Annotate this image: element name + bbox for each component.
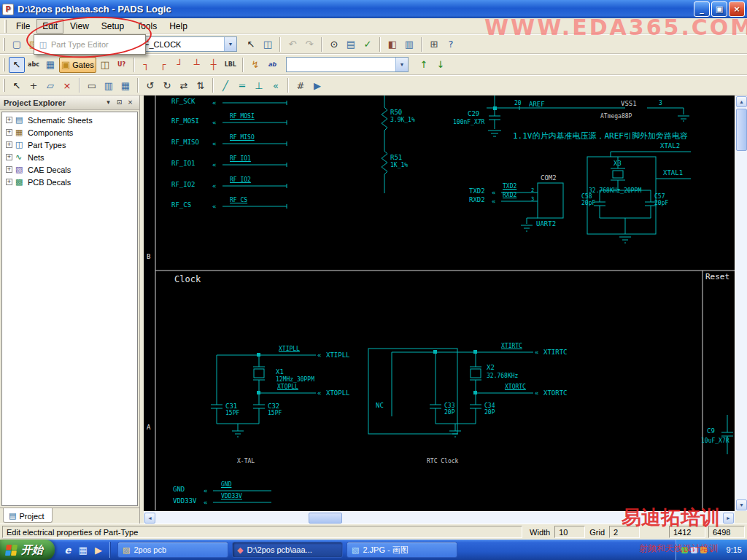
add-bus-icon[interactable]: ═: [234, 77, 250, 93]
expand-icon[interactable]: +: [6, 129, 12, 136]
gates-button[interactable]: ▣Gates: [59, 57, 96, 73]
schematic-label: «: [535, 389, 538, 397]
tray-status-icon[interactable]: [681, 547, 688, 553]
route-cross-icon[interactable]: ┼: [206, 57, 222, 73]
step-repeat-icon[interactable]: ▦: [117, 77, 133, 93]
ole-icon[interactable]: ⊞: [426, 36, 442, 52]
vertical-scroll-thumb[interactable]: [736, 109, 747, 151]
scroll-left-icon[interactable]: ◄: [144, 513, 155, 524]
toolbar-grip[interactable]: [3, 79, 5, 92]
mirror-v-icon[interactable]: ⇅: [193, 77, 209, 93]
schematic-label: «: [212, 99, 216, 106]
properties-icon[interactable]: ▭: [84, 77, 100, 93]
tree-item-pcb-decals[interactable]: +▩PCB Decals: [2, 176, 137, 188]
zoom-icon[interactable]: ⊙: [326, 36, 342, 52]
scroll-up-icon[interactable]: ▲: [736, 96, 747, 107]
expand-icon[interactable]: +: [6, 179, 12, 185]
ie-icon[interactable]: e: [61, 541, 75, 559]
panel-pin-icon[interactable]: ⊡: [114, 97, 125, 108]
menu-setup[interactable]: Setup: [96, 19, 130, 34]
menu-item-label: Part Type Editor: [51, 40, 109, 49]
copy-icon[interactable]: ▱: [42, 77, 58, 93]
close-button[interactable]: ×: [729, 1, 745, 17]
menu-view[interactable]: View: [64, 19, 95, 34]
spreadsheet-icon[interactable]: ▦: [42, 57, 58, 73]
menubar-grip[interactable]: [4, 20, 7, 33]
task-pads-logic[interactable]: ◆D:\2pos pcb\aaa...: [232, 542, 343, 558]
combo-dropdown-icon[interactable]: ▼: [224, 37, 236, 51]
add-corner-icon[interactable]: ┌: [155, 57, 171, 73]
add-connection-icon[interactable]: ┐: [139, 57, 155, 73]
add-text-icon[interactable]: ab: [264, 57, 280, 73]
route-tee-icon[interactable]: ┴: [189, 57, 205, 73]
panel-close-icon[interactable]: ×: [125, 97, 136, 108]
duplicate-icon[interactable]: ▥: [101, 77, 117, 93]
help-icon[interactable]: ?: [443, 36, 459, 52]
horizontal-scroll-thumb[interactable]: [309, 513, 342, 524]
menu-item-part-type-editor[interactable]: ◫ Part Type Editor: [35, 36, 144, 52]
menu-file[interactable]: File: [10, 19, 36, 34]
macro-icon[interactable]: ▶: [309, 77, 325, 93]
start-button[interactable]: 开始: [0, 540, 55, 560]
tab-project[interactable]: ▤ Project: [3, 508, 53, 523]
scroll-down-icon[interactable]: ▼: [736, 499, 747, 510]
tree-item-nets[interactable]: +∿Nets: [2, 151, 137, 163]
offpage-icon[interactable]: «: [268, 77, 284, 93]
ground-symbol-icon[interactable]: ⊥: [251, 77, 267, 93]
menu-tools[interactable]: Tools: [131, 19, 163, 34]
route-angle-icon[interactable]: ┘: [172, 57, 188, 73]
delete-icon[interactable]: ×: [59, 77, 75, 93]
label-icon[interactable]: LBL: [222, 57, 239, 73]
sheet-view-icon[interactable]: ▤: [343, 36, 359, 52]
show-desktop-icon[interactable]: ▦: [76, 541, 90, 559]
schematic-canvas[interactable]: RF_SCK«RF_MOSI«RF_MOSIRF_MISO«RF_MISORF_…: [144, 96, 735, 511]
vertical-scrollbar[interactable]: ▲ ▼: [735, 96, 747, 511]
tree-item-schematic-sheets[interactable]: +▤Schematic Sheets: [2, 114, 137, 126]
tree-item-part-types[interactable]: +◫Part Types: [2, 139, 137, 151]
undo-icon[interactable]: ↶: [285, 36, 301, 52]
sheet-up-icon[interactable]: ↑: [416, 57, 432, 73]
part-decal-icon[interactable]: ◫: [97, 57, 113, 73]
expand-icon[interactable]: +: [6, 154, 12, 160]
erc-check-icon[interactable]: ✓: [360, 36, 376, 52]
tray-network-icon[interactable]: [700, 547, 707, 553]
library-icon[interactable]: ▥: [401, 36, 417, 52]
task-paint[interactable]: ▧2.JPG - 画图: [347, 542, 457, 558]
move-icon[interactable]: +: [26, 77, 42, 93]
toolbar-grip[interactable]: [3, 58, 5, 71]
menu-edit[interactable]: Edit: [36, 19, 63, 34]
toolbar-grip[interactable]: [3, 38, 5, 51]
add-wire-icon[interactable]: ╱: [217, 77, 233, 93]
combo-dropdown-icon[interactable]: ▼: [395, 58, 408, 71]
expand-icon[interactable]: +: [6, 117, 12, 123]
panel-dropdown-icon[interactable]: ▾: [103, 97, 114, 108]
menu-help[interactable]: Help: [163, 19, 193, 34]
tree-item-cae-decals[interactable]: +▧CAE Decals: [2, 163, 137, 176]
mirror-h-icon[interactable]: ⇄: [176, 77, 192, 93]
selection-tool-icon[interactable]: ↖: [9, 57, 25, 73]
cam-icon[interactable]: ◧: [384, 36, 400, 52]
scroll-right-icon[interactable]: ►: [723, 513, 734, 524]
rotate-ccw-icon[interactable]: ↺: [142, 77, 158, 93]
task-2pos-pcb[interactable]: ▨2pos pcb: [117, 542, 228, 558]
pointer-mode-icon[interactable]: ↖: [243, 36, 259, 52]
rules-check-icon[interactable]: ↯: [247, 57, 263, 73]
refdes-icon[interactable]: U?: [114, 57, 130, 73]
net-name-combo[interactable]: ▼: [286, 57, 409, 72]
redo-icon[interactable]: ↷: [301, 36, 317, 52]
tree-item-components[interactable]: +▦Components: [2, 126, 137, 139]
media-player-icon[interactable]: ▶: [91, 541, 106, 559]
expand-icon[interactable]: +: [6, 141, 12, 148]
text-abc-icon[interactable]: abc: [26, 57, 42, 73]
sheet-down-icon[interactable]: ↓: [433, 57, 449, 73]
measure-icon[interactable]: #: [293, 77, 309, 93]
horizontal-scrollbar[interactable]: ◄ ►: [144, 511, 735, 524]
expand-icon[interactable]: +: [6, 166, 12, 173]
select-icon[interactable]: ↖: [9, 77, 25, 93]
rotate-cw-icon[interactable]: ↻: [159, 77, 175, 93]
tray-volume-icon[interactable]: [691, 547, 697, 553]
board-view-icon[interactable]: ◫: [260, 36, 276, 52]
minimize-button[interactable]: _: [694, 1, 710, 17]
new-file-icon[interactable]: ▢: [9, 36, 25, 52]
restore-button[interactable]: ▣: [711, 1, 727, 17]
